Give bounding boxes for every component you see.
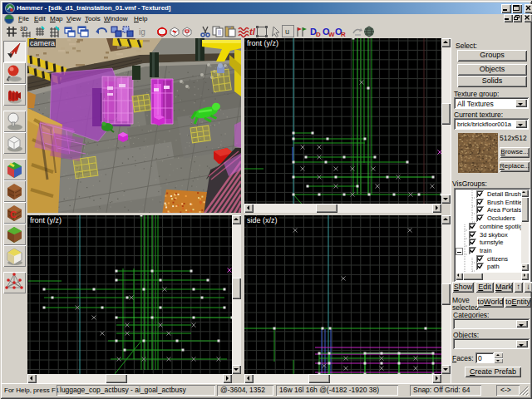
svg-text:D: D	[316, 31, 321, 38]
svg-text:C: C	[10, 209, 17, 219]
svg-text:R: R	[341, 31, 346, 38]
svg-text:3D: 3D	[20, 26, 27, 32]
svg-text:u: u	[285, 27, 289, 36]
svg-text:ig: ig	[139, 27, 145, 37]
